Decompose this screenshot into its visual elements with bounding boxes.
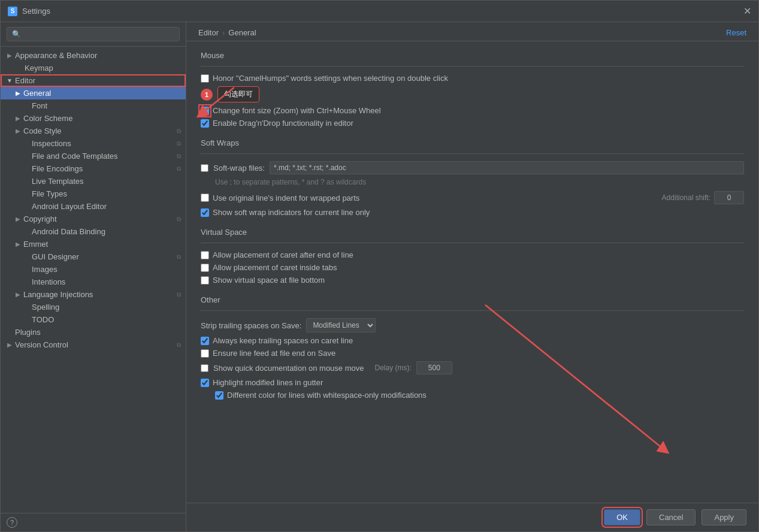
mouse-section-title: Mouse xyxy=(201,51,744,60)
sidebar-item-colorscheme[interactable]: ▶ Color Scheme xyxy=(1,112,186,125)
caret-after-end-label: Allow placement of caret after end of li… xyxy=(213,250,353,259)
search-input[interactable] xyxy=(7,27,180,41)
expand-arrow-icon: ▶ xyxy=(5,341,14,349)
sidebar-item-general[interactable]: ▶ General xyxy=(1,87,186,99)
virtual-space-checkbox[interactable] xyxy=(201,276,209,285)
sidebar-item-intentions[interactable]: Intentions xyxy=(1,276,186,288)
expand-arrow-icon xyxy=(5,328,14,337)
app-icon: S xyxy=(8,7,17,16)
delay-input[interactable] xyxy=(416,361,452,374)
sidebar-item-inspections[interactable]: Inspections ⧉ xyxy=(1,137,186,150)
ensure-line-feed-checkbox[interactable] xyxy=(201,349,209,358)
config-icon: ⧉ xyxy=(177,140,181,147)
config-icon: ⧉ xyxy=(177,153,181,160)
sidebar-item-androidlayouteditor[interactable]: Android Layout Editor xyxy=(1,200,186,213)
caret-after-end-checkbox[interactable] xyxy=(201,251,209,259)
cancel-button[interactable]: Cancel xyxy=(646,509,696,525)
sidebar-item-emmet[interactable]: ▶ Emmet xyxy=(1,238,186,250)
ensure-line-feed-label: Ensure line feed at file end on Save xyxy=(213,349,335,358)
sidebar-item-androiddatabinding[interactable]: Android Data Binding xyxy=(1,225,186,238)
additional-shift-label: Additional shift: xyxy=(662,194,710,202)
sidebar-item-font[interactable]: Font xyxy=(1,99,186,112)
breadcrumb: Editor › General xyxy=(198,28,256,37)
always-keep-trailing-checkbox[interactable] xyxy=(201,337,209,345)
sidebar-item-editor[interactable]: ▼ Editor xyxy=(1,74,186,87)
sidebar-item-todo[interactable]: TODO xyxy=(1,313,186,326)
sidebar-item-images[interactable]: Images xyxy=(1,263,186,276)
softwrap-files-checkbox[interactable] xyxy=(201,164,208,172)
sidebar-item-keymap[interactable]: Keymap xyxy=(1,62,186,74)
always-keep-trailing-label: Always keep trailing spaces on caret lin… xyxy=(213,336,353,345)
virtual-space-label: Show virtual space at file bottom xyxy=(213,276,325,285)
sidebar-item-fileencodings[interactable]: File Encodings ⧉ xyxy=(1,162,186,175)
expand-arrow-icon: ▶ xyxy=(14,89,22,98)
original-indent-checkbox[interactable] xyxy=(201,194,209,202)
quick-doc-label: Show quick documentation on mouse move xyxy=(213,364,364,373)
other-section: Other Strip trailing spaces on Save: Mod… xyxy=(201,295,744,400)
delay-label: Delay (ms): xyxy=(374,364,411,372)
option-drag-drop: Enable Drag'n'Drop functionality in edit… xyxy=(201,119,744,128)
expand-arrow-icon xyxy=(22,303,31,312)
sidebar-item-languageinjections[interactable]: ▶ Language Injections ⧉ xyxy=(1,288,186,301)
option-ensure-line-feed: Ensure line feed at file end on Save xyxy=(201,349,744,358)
change-font-size-checkbox[interactable] xyxy=(201,107,209,115)
breadcrumb-current: General xyxy=(228,28,256,37)
close-button[interactable]: ✕ xyxy=(743,5,751,17)
window-title: Settings xyxy=(22,7,743,16)
help-button[interactable]: ? xyxy=(7,517,17,528)
title-bar: S Settings ✕ xyxy=(1,1,758,22)
softwraps-section-title: Soft Wraps xyxy=(201,138,744,147)
expand-arrow-icon: ▼ xyxy=(5,77,14,85)
content-area: Editor › General Reset Mouse Honor "Came… xyxy=(186,22,758,531)
highlight-modified-label: Highlight modified lines in gutter xyxy=(213,378,323,387)
sidebar-item-codestyle[interactable]: ▶ Code Style ⧉ xyxy=(1,125,186,137)
config-icon: ⧉ xyxy=(177,291,181,298)
sidebar-item-filetypes[interactable]: File Types xyxy=(1,188,186,200)
sidebar-item-appearance[interactable]: ▶ Appearance & Behavior xyxy=(1,49,186,62)
expand-arrow-icon xyxy=(22,316,31,324)
config-icon: ⧉ xyxy=(177,165,181,173)
expand-arrow-icon xyxy=(22,190,31,198)
honor-camelhumps-checkbox[interactable] xyxy=(201,74,209,83)
expand-arrow-icon xyxy=(22,177,31,186)
option-always-keep-trailing: Always keep trailing spaces on caret lin… xyxy=(201,336,744,345)
expand-arrow-icon: ▶ xyxy=(14,127,22,135)
sidebar-item-filecodetemplates[interactable]: File and Code Templates ⧉ xyxy=(1,150,186,162)
config-icon: ⧉ xyxy=(177,341,181,349)
search-box xyxy=(1,22,186,47)
quick-doc-checkbox[interactable] xyxy=(201,364,208,372)
enable-drag-drop-checkbox[interactable] xyxy=(201,119,209,128)
apply-button[interactable]: Apply xyxy=(701,509,746,525)
change-font-size-label: Change font size (Zoom) with Ctrl+Mouse … xyxy=(213,106,381,115)
additional-shift-input[interactable] xyxy=(714,191,744,204)
sidebar-bottom: ? xyxy=(1,513,186,531)
expand-arrow-icon xyxy=(5,64,14,72)
sidebar-item-livetemplates[interactable]: Live Templates xyxy=(1,175,186,188)
highlight-modified-checkbox[interactable] xyxy=(201,379,209,387)
caret-inside-tabs-checkbox[interactable] xyxy=(201,264,209,272)
different-color-checkbox[interactable] xyxy=(215,391,223,400)
settings-window: S Settings ✕ ▶ Appearance & Behavior Key… xyxy=(0,0,759,532)
softwraps-section: Soft Wraps Soft-wrap files: Use ; to sep… xyxy=(201,138,744,217)
sidebar-item-plugins[interactable]: Plugins xyxy=(1,326,186,338)
ok-button[interactable]: OK xyxy=(604,509,640,525)
softwrap-files-input[interactable] xyxy=(270,161,744,174)
caret-inside-tabs-label: Allow placement of caret inside tabs xyxy=(213,263,337,272)
reset-link[interactable]: Reset xyxy=(726,28,746,37)
content-scroll: Mouse Honor "CamelHumps" words settings … xyxy=(186,41,758,503)
breadcrumb-parent: Editor xyxy=(198,28,219,37)
content-header: Editor › General Reset xyxy=(186,22,758,41)
strip-trailing-select[interactable]: Modified Lines None All xyxy=(306,318,376,332)
sidebar-item-guidesigner[interactable]: GUI Designer ⧉ xyxy=(1,250,186,263)
sidebar-item-spelling[interactable]: Spelling xyxy=(1,301,186,313)
config-icon: ⧉ xyxy=(177,128,181,135)
sidebar-item-versioncontrol[interactable]: ▶ Version Control ⧉ xyxy=(1,338,186,351)
expand-arrow-icon xyxy=(22,202,31,211)
breadcrumb-separator: › xyxy=(222,28,225,37)
different-color-label: Different color for lines with whitespac… xyxy=(227,391,427,400)
honor-camelhumps-label: Honor "CamelHumps" words settings when s… xyxy=(213,74,448,83)
show-indicators-checkbox[interactable] xyxy=(201,208,209,217)
footer: OK Cancel Apply xyxy=(186,503,758,531)
sidebar-item-copyright[interactable]: ▶ Copyright ⧉ xyxy=(1,213,186,225)
expand-arrow-icon xyxy=(22,152,31,161)
